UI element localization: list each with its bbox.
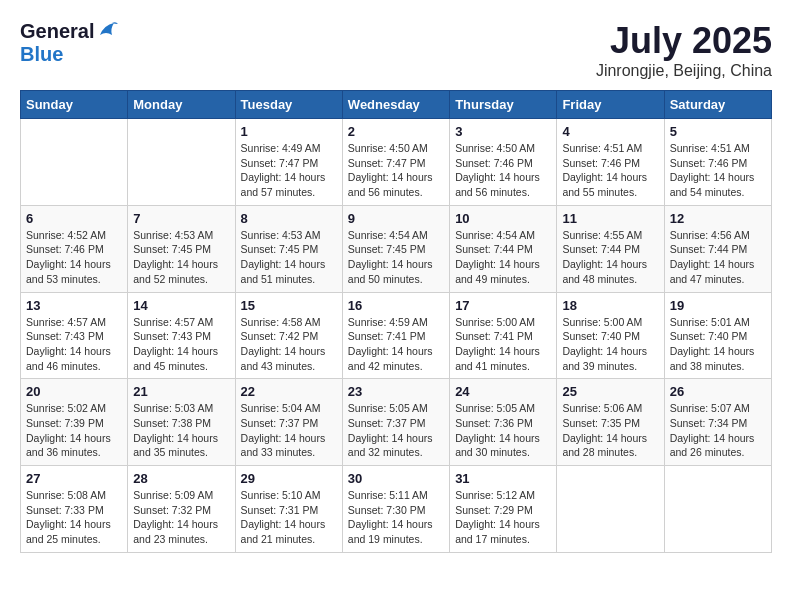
day-info: Sunrise: 5:12 AMSunset: 7:29 PMDaylight:… xyxy=(455,488,551,547)
day-number: 13 xyxy=(26,298,122,313)
day-number: 19 xyxy=(670,298,766,313)
day-info: Sunrise: 5:04 AMSunset: 7:37 PMDaylight:… xyxy=(241,401,337,460)
day-cell: 18Sunrise: 5:00 AMSunset: 7:40 PMDayligh… xyxy=(557,292,664,379)
day-cell: 9Sunrise: 4:54 AMSunset: 7:45 PMDaylight… xyxy=(342,205,449,292)
day-number: 14 xyxy=(133,298,229,313)
logo-blue: Blue xyxy=(20,43,63,66)
header-cell-sunday: Sunday xyxy=(21,91,128,119)
page-title: July 2025 xyxy=(596,20,772,62)
logo: General Blue xyxy=(20,20,118,66)
day-cell: 10Sunrise: 4:54 AMSunset: 7:44 PMDayligh… xyxy=(450,205,557,292)
day-info: Sunrise: 4:51 AMSunset: 7:46 PMDaylight:… xyxy=(562,141,658,200)
day-info: Sunrise: 5:00 AMSunset: 7:41 PMDaylight:… xyxy=(455,315,551,374)
day-info: Sunrise: 4:51 AMSunset: 7:46 PMDaylight:… xyxy=(670,141,766,200)
day-number: 12 xyxy=(670,211,766,226)
day-cell: 14Sunrise: 4:57 AMSunset: 7:43 PMDayligh… xyxy=(128,292,235,379)
day-cell: 31Sunrise: 5:12 AMSunset: 7:29 PMDayligh… xyxy=(450,466,557,553)
day-number: 8 xyxy=(241,211,337,226)
day-info: Sunrise: 5:01 AMSunset: 7:40 PMDaylight:… xyxy=(670,315,766,374)
day-number: 29 xyxy=(241,471,337,486)
day-number: 18 xyxy=(562,298,658,313)
day-info: Sunrise: 4:53 AMSunset: 7:45 PMDaylight:… xyxy=(133,228,229,287)
day-cell xyxy=(21,119,128,206)
day-number: 23 xyxy=(348,384,444,399)
week-row-1: 1Sunrise: 4:49 AMSunset: 7:47 PMDaylight… xyxy=(21,119,772,206)
day-number: 9 xyxy=(348,211,444,226)
day-info: Sunrise: 5:03 AMSunset: 7:38 PMDaylight:… xyxy=(133,401,229,460)
header-row: SundayMondayTuesdayWednesdayThursdayFrid… xyxy=(21,91,772,119)
day-cell: 7Sunrise: 4:53 AMSunset: 7:45 PMDaylight… xyxy=(128,205,235,292)
day-info: Sunrise: 4:50 AMSunset: 7:46 PMDaylight:… xyxy=(455,141,551,200)
day-number: 2 xyxy=(348,124,444,139)
day-number: 21 xyxy=(133,384,229,399)
page-subtitle: Jinrongjie, Beijing, China xyxy=(596,62,772,80)
day-number: 25 xyxy=(562,384,658,399)
day-number: 1 xyxy=(241,124,337,139)
day-number: 16 xyxy=(348,298,444,313)
day-cell: 8Sunrise: 4:53 AMSunset: 7:45 PMDaylight… xyxy=(235,205,342,292)
day-cell: 6Sunrise: 4:52 AMSunset: 7:46 PMDaylight… xyxy=(21,205,128,292)
header-cell-thursday: Thursday xyxy=(450,91,557,119)
day-cell: 13Sunrise: 4:57 AMSunset: 7:43 PMDayligh… xyxy=(21,292,128,379)
day-info: Sunrise: 4:57 AMSunset: 7:43 PMDaylight:… xyxy=(133,315,229,374)
day-cell: 12Sunrise: 4:56 AMSunset: 7:44 PMDayligh… xyxy=(664,205,771,292)
day-cell xyxy=(557,466,664,553)
day-number: 24 xyxy=(455,384,551,399)
day-number: 28 xyxy=(133,471,229,486)
week-row-3: 13Sunrise: 4:57 AMSunset: 7:43 PMDayligh… xyxy=(21,292,772,379)
day-cell: 1Sunrise: 4:49 AMSunset: 7:47 PMDaylight… xyxy=(235,119,342,206)
week-row-5: 27Sunrise: 5:08 AMSunset: 7:33 PMDayligh… xyxy=(21,466,772,553)
logo-bird-icon xyxy=(96,21,118,39)
calendar-table: SundayMondayTuesdayWednesdayThursdayFrid… xyxy=(20,90,772,553)
day-cell: 21Sunrise: 5:03 AMSunset: 7:38 PMDayligh… xyxy=(128,379,235,466)
day-cell: 28Sunrise: 5:09 AMSunset: 7:32 PMDayligh… xyxy=(128,466,235,553)
day-number: 11 xyxy=(562,211,658,226)
day-number: 7 xyxy=(133,211,229,226)
day-info: Sunrise: 4:56 AMSunset: 7:44 PMDaylight:… xyxy=(670,228,766,287)
day-cell: 3Sunrise: 4:50 AMSunset: 7:46 PMDaylight… xyxy=(450,119,557,206)
logo-general: General xyxy=(20,20,94,43)
week-row-4: 20Sunrise: 5:02 AMSunset: 7:39 PMDayligh… xyxy=(21,379,772,466)
day-info: Sunrise: 5:02 AMSunset: 7:39 PMDaylight:… xyxy=(26,401,122,460)
day-cell: 11Sunrise: 4:55 AMSunset: 7:44 PMDayligh… xyxy=(557,205,664,292)
day-cell: 23Sunrise: 5:05 AMSunset: 7:37 PMDayligh… xyxy=(342,379,449,466)
day-cell xyxy=(664,466,771,553)
day-number: 4 xyxy=(562,124,658,139)
header-cell-monday: Monday xyxy=(128,91,235,119)
day-cell: 15Sunrise: 4:58 AMSunset: 7:42 PMDayligh… xyxy=(235,292,342,379)
day-cell: 16Sunrise: 4:59 AMSunset: 7:41 PMDayligh… xyxy=(342,292,449,379)
day-info: Sunrise: 4:52 AMSunset: 7:46 PMDaylight:… xyxy=(26,228,122,287)
day-info: Sunrise: 5:08 AMSunset: 7:33 PMDaylight:… xyxy=(26,488,122,547)
day-cell: 19Sunrise: 5:01 AMSunset: 7:40 PMDayligh… xyxy=(664,292,771,379)
day-info: Sunrise: 4:50 AMSunset: 7:47 PMDaylight:… xyxy=(348,141,444,200)
day-cell: 30Sunrise: 5:11 AMSunset: 7:30 PMDayligh… xyxy=(342,466,449,553)
day-number: 31 xyxy=(455,471,551,486)
day-cell xyxy=(128,119,235,206)
day-info: Sunrise: 4:55 AMSunset: 7:44 PMDaylight:… xyxy=(562,228,658,287)
day-info: Sunrise: 5:06 AMSunset: 7:35 PMDaylight:… xyxy=(562,401,658,460)
day-number: 17 xyxy=(455,298,551,313)
day-cell: 4Sunrise: 4:51 AMSunset: 7:46 PMDaylight… xyxy=(557,119,664,206)
day-number: 10 xyxy=(455,211,551,226)
day-number: 30 xyxy=(348,471,444,486)
day-info: Sunrise: 4:54 AMSunset: 7:45 PMDaylight:… xyxy=(348,228,444,287)
day-cell: 25Sunrise: 5:06 AMSunset: 7:35 PMDayligh… xyxy=(557,379,664,466)
day-cell: 26Sunrise: 5:07 AMSunset: 7:34 PMDayligh… xyxy=(664,379,771,466)
day-cell: 20Sunrise: 5:02 AMSunset: 7:39 PMDayligh… xyxy=(21,379,128,466)
day-number: 6 xyxy=(26,211,122,226)
day-info: Sunrise: 5:00 AMSunset: 7:40 PMDaylight:… xyxy=(562,315,658,374)
day-cell: 27Sunrise: 5:08 AMSunset: 7:33 PMDayligh… xyxy=(21,466,128,553)
day-cell: 2Sunrise: 4:50 AMSunset: 7:47 PMDaylight… xyxy=(342,119,449,206)
day-cell: 17Sunrise: 5:00 AMSunset: 7:41 PMDayligh… xyxy=(450,292,557,379)
day-info: Sunrise: 4:49 AMSunset: 7:47 PMDaylight:… xyxy=(241,141,337,200)
day-cell: 29Sunrise: 5:10 AMSunset: 7:31 PMDayligh… xyxy=(235,466,342,553)
title-block: July 2025 Jinrongjie, Beijing, China xyxy=(596,20,772,80)
day-cell: 24Sunrise: 5:05 AMSunset: 7:36 PMDayligh… xyxy=(450,379,557,466)
day-number: 20 xyxy=(26,384,122,399)
week-row-2: 6Sunrise: 4:52 AMSunset: 7:46 PMDaylight… xyxy=(21,205,772,292)
day-info: Sunrise: 5:05 AMSunset: 7:37 PMDaylight:… xyxy=(348,401,444,460)
day-info: Sunrise: 4:53 AMSunset: 7:45 PMDaylight:… xyxy=(241,228,337,287)
day-number: 3 xyxy=(455,124,551,139)
day-info: Sunrise: 4:59 AMSunset: 7:41 PMDaylight:… xyxy=(348,315,444,374)
day-info: Sunrise: 4:57 AMSunset: 7:43 PMDaylight:… xyxy=(26,315,122,374)
